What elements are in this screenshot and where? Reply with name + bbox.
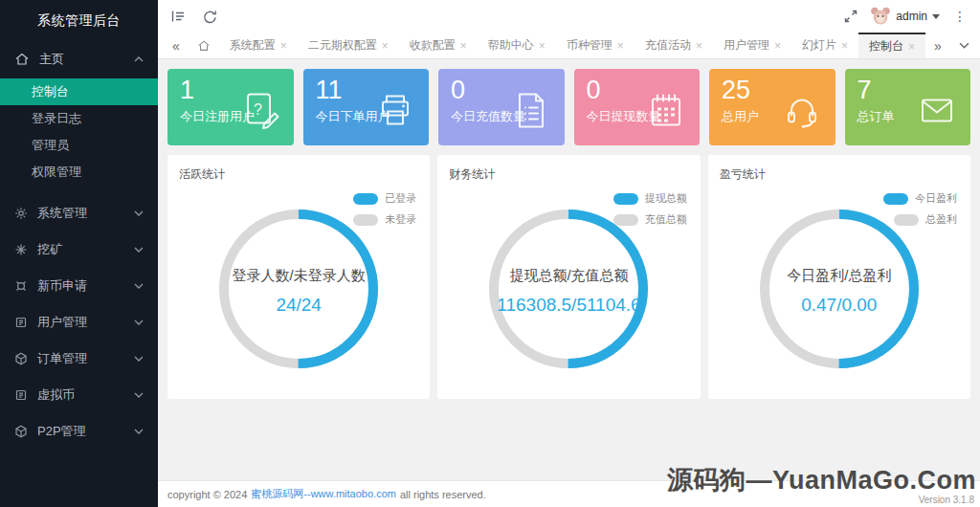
legend-label[interactable]: 充值总额 xyxy=(645,212,687,227)
home-tab-icon[interactable] xyxy=(189,33,219,58)
chevron-down-icon xyxy=(134,429,144,434)
sidebar-item-console[interactable]: 控制台 xyxy=(0,78,158,105)
collapse-sidebar-icon[interactable] xyxy=(169,8,187,25)
legend-label[interactable]: 总盈利 xyxy=(925,212,957,227)
chevron-up-icon xyxy=(134,56,144,62)
legend-swatch[interactable] xyxy=(883,193,908,205)
donut-center: 提现总额/充值总额 116308.5/51104.6 xyxy=(487,208,650,374)
tab-item[interactable]: 帮助中心× xyxy=(478,33,556,58)
tab-item[interactable]: 币种管理× xyxy=(556,33,635,58)
sidebar-item-user-mgmt[interactable]: 用户管理 xyxy=(0,304,158,341)
sidebar: 系统管理后台 主页 控制台 登录日志 管理员 权限管理 系统管理 xyxy=(0,0,158,507)
close-icon[interactable]: × xyxy=(841,39,848,53)
chart-title: 盈亏统计 xyxy=(720,166,959,183)
register-doc-icon: ? xyxy=(239,90,281,132)
chart-card-active-stats: 活跃统计 已登录 未登录 登录人数/未登录人数 24/24 xyxy=(167,155,430,399)
envelope-icon xyxy=(916,90,958,132)
sidebar-item-admins[interactable]: 管理员 xyxy=(0,132,158,159)
app-title: 系统管理后台 xyxy=(0,0,158,40)
close-icon[interactable]: × xyxy=(696,39,702,53)
close-icon[interactable]: × xyxy=(382,39,389,53)
calendar-icon xyxy=(645,90,687,132)
sidebar-item-home[interactable]: 主页 xyxy=(0,40,158,78)
chart-title: 活跃统计 xyxy=(179,166,418,183)
main-area: admin ⋮ « 系统配置× 二元期权配置× 收款配置× 帮助中心× 币种管理… xyxy=(158,0,980,507)
avatar xyxy=(870,5,891,29)
tabs-menu-icon[interactable] xyxy=(950,33,978,58)
tab-label: 充值活动 xyxy=(645,37,691,54)
tab-item[interactable]: 二元期权配置× xyxy=(298,33,399,58)
chevron-down-icon xyxy=(134,283,144,289)
legend-label[interactable]: 今日盈利 xyxy=(915,191,957,206)
printer-icon xyxy=(374,90,416,132)
stat-card-today-orders[interactable]: 11 今日下单用户 xyxy=(303,69,430,145)
stat-card-today-recharge[interactable]: 0 今日充值数量 xyxy=(438,69,565,145)
tab-label: 帮助中心 xyxy=(488,37,534,54)
footer-link[interactable]: 蜜桃源码网--www.mitaobo.com xyxy=(251,487,396,501)
sidebar-item-label: 用户管理 xyxy=(37,314,87,331)
order-hexagon-icon xyxy=(14,352,28,365)
stat-card-total-orders[interactable]: 7 总订单 xyxy=(845,69,971,145)
tab-item[interactable]: 幻灯片× xyxy=(791,33,858,58)
sidebar-item-login-log[interactable]: 登录日志 xyxy=(0,105,158,132)
tab-item[interactable]: 系统配置× xyxy=(219,33,298,58)
stat-card-today-register[interactable]: 1 今日注册用户 ? xyxy=(167,69,294,145)
close-icon[interactable]: × xyxy=(280,39,287,53)
legend-swatch[interactable] xyxy=(353,193,378,205)
watermark: 源码狗—YuanMaGo.Com xyxy=(667,463,976,497)
tab-item[interactable]: 用户管理× xyxy=(713,33,791,58)
sidebar-item-label: 控制台 xyxy=(32,84,69,99)
chevron-down-icon xyxy=(134,320,144,325)
close-icon[interactable]: × xyxy=(539,39,546,53)
close-icon[interactable]: × xyxy=(908,40,915,54)
sidebar-item-p2p-mgmt[interactable]: P2P管理 xyxy=(0,413,158,450)
chevron-down-icon xyxy=(134,247,144,253)
legend-swatch[interactable] xyxy=(613,193,638,205)
tabs-scroll-right-icon[interactable]: » xyxy=(925,33,950,58)
legend-label[interactable]: 已登录 xyxy=(385,191,416,206)
tab-label: 系统配置 xyxy=(230,37,276,54)
fullscreen-icon[interactable] xyxy=(843,9,858,24)
donut-label: 提现总额/充值总额 xyxy=(509,267,628,285)
sidebar-item-virtual-coin[interactable]: 虚拟币 xyxy=(0,377,158,413)
stat-card-total-users[interactable]: 25 总用户 xyxy=(709,69,835,145)
donut-value: 24/24 xyxy=(276,295,322,316)
refresh-icon[interactable] xyxy=(202,9,218,25)
sidebar-item-mining[interactable]: 挖矿 xyxy=(0,231,158,268)
sidebar-item-label: 系统管理 xyxy=(37,205,87,222)
chevron-down-icon xyxy=(134,210,144,216)
legend-label[interactable]: 提现总额 xyxy=(645,191,687,206)
admin-dashboard: 系统管理后台 主页 控制台 登录日志 管理员 权限管理 系统管理 xyxy=(0,0,980,507)
tab-label: 收款配置 xyxy=(410,37,456,54)
username: admin xyxy=(896,10,927,23)
sidebar-item-label: 新币申请 xyxy=(37,277,87,295)
close-icon[interactable]: × xyxy=(774,39,781,53)
tab-item[interactable]: 充值活动× xyxy=(635,33,713,58)
sidebar-item-label: 虚拟币 xyxy=(37,386,75,404)
stat-card-today-withdraw[interactable]: 0 今日提现数量 xyxy=(574,69,701,145)
sidebar-item-new-coin[interactable]: 新币申请 xyxy=(0,268,158,304)
more-options-icon[interactable]: ⋮ xyxy=(951,9,969,24)
tab-item[interactable]: 收款配置× xyxy=(399,33,478,58)
user-menu[interactable]: admin xyxy=(870,5,940,29)
donut-center: 今日盈利/总盈利 0.47/0.00 xyxy=(758,208,921,374)
recharge-list-icon xyxy=(510,90,552,132)
donut-chart: 登录人数/未登录人数 24/24 xyxy=(217,208,380,374)
sidebar-item-label: 登录日志 xyxy=(32,111,81,125)
copyright-text: copyright © 2024 xyxy=(167,489,247,500)
legend-label[interactable]: 未登录 xyxy=(385,212,416,227)
close-icon[interactable]: × xyxy=(460,39,467,53)
tab-item-active[interactable]: 控制台× xyxy=(858,33,925,58)
sidebar-item-permissions[interactable]: 权限管理 xyxy=(0,159,158,186)
tabbar: « 系统配置× 二元期权配置× 收款配置× 帮助中心× 币种管理× 充值活动× … xyxy=(158,33,980,59)
tab-label: 幻灯片 xyxy=(802,37,836,54)
close-icon[interactable]: × xyxy=(617,39,624,53)
sidebar-item-system-mgmt[interactable]: 系统管理 xyxy=(0,195,158,231)
copyright-text: all rights reserved. xyxy=(400,489,486,500)
tabbar-right: » xyxy=(925,33,978,58)
users-box-icon xyxy=(14,316,28,329)
tabs-scroll-left-icon[interactable]: « xyxy=(164,33,189,58)
tab-label: 币种管理 xyxy=(567,37,612,54)
sidebar-item-order-mgmt[interactable]: 订单管理 xyxy=(0,341,158,377)
mining-icon xyxy=(14,243,28,256)
